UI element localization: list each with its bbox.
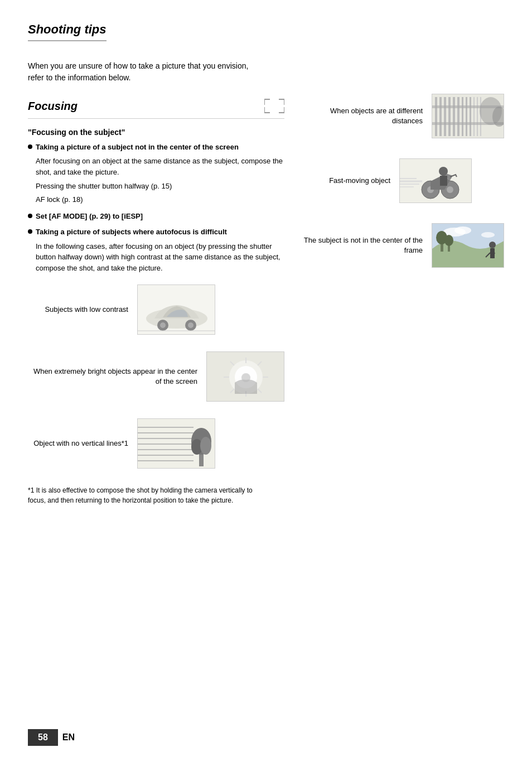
footnote: *1 It is also effective to compose the s… bbox=[28, 485, 262, 505]
example-fast-moving: Fast-moving object bbox=[301, 158, 504, 203]
bullet-dot-3 bbox=[28, 229, 32, 234]
bullet-dot-1 bbox=[28, 144, 32, 149]
fence-svg bbox=[432, 94, 504, 138]
svg-point-63 bbox=[489, 242, 496, 248]
page-number: 58 bbox=[28, 729, 58, 746]
left-column: When you are unsure of how to take a pic… bbox=[28, 60, 284, 505]
example-bright-img bbox=[206, 351, 284, 402]
example-low-contrast-label: Subjects with low contrast bbox=[28, 305, 128, 315]
bullet-dot-2 bbox=[28, 214, 32, 218]
bullet-2: Set [AF MODE] (p. 29) to [iESP] bbox=[28, 211, 284, 221]
svg-point-57 bbox=[439, 167, 448, 176]
svg-rect-35 bbox=[448, 97, 451, 136]
svg-point-61 bbox=[454, 226, 471, 234]
example-no-lines: Object with no vertical lines*1 bbox=[28, 418, 284, 469]
focusing-label: Focusing bbox=[28, 100, 78, 113]
svg-point-5 bbox=[188, 322, 194, 328]
svg-rect-40 bbox=[470, 97, 471, 136]
example-not-center-img bbox=[432, 223, 504, 268]
bullet-1: Taking a picture of a subject not in the… bbox=[28, 142, 284, 152]
bullet-1-body1: After focusing on an object at the same … bbox=[36, 156, 284, 177]
svg-rect-41 bbox=[473, 97, 475, 136]
focusing-section: Focusing "Focusing on the subject" Takin… bbox=[28, 97, 284, 505]
example-distances-label: When objects are at different distances bbox=[301, 106, 423, 126]
lines-svg bbox=[138, 419, 215, 469]
landscape-svg bbox=[432, 224, 504, 268]
bullet-1-body3: AF lock (p. 18) bbox=[36, 194, 284, 205]
focus-bracket-icon bbox=[264, 97, 284, 115]
example-no-lines-img bbox=[137, 418, 215, 469]
svg-rect-32 bbox=[435, 97, 437, 136]
right-column: When objects are at different distances bbox=[301, 60, 504, 505]
car-svg bbox=[138, 285, 215, 335]
right-col-spacer bbox=[301, 60, 504, 94]
bullet-3: Taking a picture of subjects where autof… bbox=[28, 227, 284, 237]
example-bright-label: When extremely bright objects appear in … bbox=[28, 367, 197, 387]
svg-point-62 bbox=[481, 232, 495, 238]
svg-point-18 bbox=[241, 373, 250, 382]
bullet-3-body: In the following cases, after focusing o… bbox=[36, 241, 284, 274]
svg-point-54 bbox=[447, 186, 453, 193]
example-not-center-label: The subject is not in the center of the … bbox=[301, 235, 423, 255]
example-bright: When extremely bright objects appear in … bbox=[28, 351, 284, 402]
section-title: Focusing bbox=[28, 97, 284, 119]
svg-rect-36 bbox=[453, 97, 455, 136]
bike-svg bbox=[400, 159, 472, 203]
example-fast-label: Fast-moving object bbox=[301, 176, 390, 186]
example-not-center: The subject is not in the center of the … bbox=[301, 223, 504, 268]
svg-rect-38 bbox=[462, 97, 463, 136]
page: Shooting tips When you are unsure of how… bbox=[0, 0, 532, 757]
svg-rect-37 bbox=[457, 97, 460, 136]
bright-svg bbox=[207, 352, 284, 402]
svg-point-30 bbox=[200, 437, 211, 455]
example-different-distances: When objects are at different distances bbox=[301, 94, 504, 138]
svg-point-70 bbox=[444, 235, 453, 246]
page-footer: 58 EN bbox=[0, 729, 532, 746]
svg-point-3 bbox=[160, 322, 166, 328]
subsection-title: "Focusing on the subject" bbox=[28, 128, 284, 137]
bullet-1-body2: Pressing the shutter button halfway (p. … bbox=[36, 181, 284, 192]
example-low-contrast: Subjects with low contrast bbox=[28, 285, 284, 335]
bullet-1-label: Taking a picture of a subject not in the… bbox=[36, 142, 239, 152]
page-title: Shooting tips bbox=[28, 22, 107, 41]
svg-rect-39 bbox=[466, 97, 467, 136]
example-low-contrast-img bbox=[137, 285, 215, 335]
example-fast-img bbox=[399, 158, 472, 203]
bullet-2-label: Set [AF MODE] (p. 29) to [iESP] bbox=[36, 211, 143, 221]
intro-text: When you are unsure of how to take a pic… bbox=[28, 60, 262, 84]
bullet-3-label: Taking a picture of subjects where autof… bbox=[36, 227, 227, 237]
example-distances-img bbox=[432, 94, 504, 138]
svg-rect-33 bbox=[439, 97, 442, 136]
example-no-lines-label: Object with no vertical lines*1 bbox=[28, 438, 128, 449]
page-en-label: EN bbox=[62, 732, 75, 742]
svg-rect-42 bbox=[477, 97, 478, 136]
svg-rect-34 bbox=[444, 97, 446, 136]
